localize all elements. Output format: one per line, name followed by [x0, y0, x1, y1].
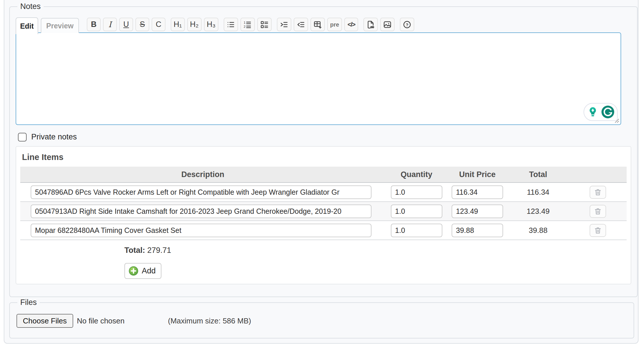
- heading1-icon: H₁: [174, 21, 182, 28]
- description-input[interactable]: [31, 205, 371, 218]
- quantity-input[interactable]: [391, 224, 442, 237]
- table-row: 39.88: [20, 221, 627, 240]
- heading2-icon: H₂: [190, 21, 199, 28]
- pre-icon: pre: [330, 22, 339, 27]
- quantity-input[interactable]: [391, 205, 442, 218]
- row-total-value: 116.34: [507, 183, 569, 202]
- table-button[interactable]: [310, 18, 325, 31]
- italic-icon: I: [108, 21, 112, 28]
- table-row: 116.34: [20, 183, 627, 202]
- textarea-resize-handle[interactable]: [613, 117, 620, 124]
- italic-button[interactable]: I: [103, 18, 117, 31]
- pre-button[interactable]: pre: [327, 18, 342, 31]
- code-block-button[interactable]: </>: [344, 18, 358, 31]
- column-header-total: Total: [507, 167, 569, 183]
- delete-row-button[interactable]: [590, 224, 606, 237]
- toolbar-group-lists: 1 2: [224, 18, 272, 31]
- unquote-button[interactable]: [294, 18, 308, 31]
- table-plus-icon: [313, 20, 322, 29]
- column-header-quantity: Quantity: [385, 167, 448, 183]
- toolbar-group-media: [363, 18, 395, 31]
- add-plus-icon: [128, 266, 139, 276]
- heading3-button[interactable]: H₃: [204, 18, 219, 31]
- notes-editor-area: [16, 32, 621, 125]
- toolbar-group-help: ?: [400, 18, 414, 31]
- line-items-title: Line Items: [22, 152, 627, 162]
- question-circle-icon: ?: [403, 20, 411, 29]
- file-upload-row: Choose Files No file chosen (Maximum siz…: [16, 314, 628, 328]
- add-line-item-button[interactable]: Add: [124, 263, 161, 279]
- table-row: 123.49: [20, 202, 627, 221]
- description-input[interactable]: [31, 185, 371, 199]
- unordered-list-icon: [227, 20, 235, 29]
- underline-icon: U: [123, 21, 129, 28]
- files-fieldset: Files Choose Files No file chosen (Maxim…: [9, 298, 634, 338]
- help-button[interactable]: ?: [400, 18, 414, 31]
- inline-code-icon: C: [156, 21, 161, 28]
- heading3-icon: H₃: [207, 21, 216, 28]
- delete-row-button[interactable]: [590, 205, 606, 218]
- ordered-list-icon: 1 2: [243, 20, 252, 29]
- description-input[interactable]: [31, 224, 371, 237]
- svg-text:2: 2: [244, 25, 245, 28]
- task-list-icon: [260, 20, 269, 29]
- code-block-icon: </>: [347, 21, 355, 28]
- image-icon: [383, 20, 392, 29]
- form-container: Notes Edit Preview B I U S C H₁ H₂ H₃: [4, 0, 639, 344]
- grammarly-suggestion-bulb-icon: [587, 106, 599, 118]
- blockquote-button[interactable]: [277, 18, 291, 31]
- line-items-table: Description Quantity Unit Price Total 11…: [20, 167, 627, 240]
- column-header-actions: [569, 167, 627, 183]
- ordered-list-button[interactable]: 1 2: [240, 18, 255, 31]
- trash-icon: [594, 207, 602, 215]
- image-button[interactable]: [380, 18, 395, 31]
- bold-button[interactable]: B: [87, 18, 101, 31]
- svg-text:?: ?: [406, 22, 409, 27]
- private-notes-label: Private notes: [31, 132, 77, 141]
- inline-code-button[interactable]: C: [152, 18, 165, 31]
- choose-files-button[interactable]: Choose Files: [16, 314, 73, 328]
- tab-edit-label: Edit: [20, 22, 34, 30]
- add-button-label: Add: [142, 266, 156, 275]
- toolbar-group-blocks: pre </>: [277, 18, 358, 31]
- bold-icon: B: [91, 21, 97, 28]
- editor-tabs-toolbar: Edit Preview B I U S C H₁ H₂ H₃: [16, 17, 631, 33]
- private-notes-row: Private notes: [18, 132, 631, 141]
- no-file-chosen-text: No file chosen: [77, 316, 125, 325]
- underline-button[interactable]: U: [119, 18, 133, 31]
- row-total-value: 39.88: [507, 221, 569, 240]
- strikethrough-button[interactable]: S: [135, 18, 149, 31]
- tab-preview[interactable]: Preview: [41, 18, 79, 33]
- outdent-icon: [297, 20, 305, 29]
- notes-fieldset: Notes Edit Preview B I U S C H₁ H₂ H₃: [9, 2, 638, 297]
- toolbar-group-headings: H₁ H₂ H₃: [171, 18, 218, 31]
- grand-total-value: 279.71: [147, 246, 171, 255]
- document-link-icon: [366, 20, 375, 29]
- blockquote-indent-icon: [280, 20, 288, 29]
- unit-price-input[interactable]: [452, 224, 503, 237]
- line-items-panel: Line Items Description Quantity Unit Pri…: [16, 146, 631, 284]
- unit-price-input[interactable]: [452, 205, 503, 218]
- grand-total: Total: 279.71: [124, 246, 627, 255]
- quantity-input[interactable]: [391, 185, 442, 199]
- strikethrough-icon: S: [140, 21, 145, 28]
- files-legend: Files: [17, 298, 40, 307]
- delete-row-button[interactable]: [590, 186, 606, 199]
- attach-file-link-button[interactable]: [363, 18, 378, 31]
- heading1-button[interactable]: H₁: [171, 18, 185, 31]
- grand-total-label: Total:: [124, 246, 145, 255]
- table-header-row: Description Quantity Unit Price Total: [20, 167, 627, 183]
- column-header-unit-price: Unit Price: [448, 167, 507, 183]
- row-total-value: 123.49: [507, 202, 569, 221]
- svg-text:1: 1: [244, 21, 245, 24]
- toolbar-group-text-style: B I U S C: [87, 18, 165, 31]
- task-list-button[interactable]: [257, 18, 272, 31]
- notes-textarea[interactable]: [16, 32, 621, 125]
- tab-edit[interactable]: Edit: [16, 17, 38, 34]
- private-notes-checkbox[interactable]: [18, 133, 27, 141]
- column-header-description: Description: [20, 167, 385, 183]
- unit-price-input[interactable]: [452, 185, 503, 199]
- heading2-button[interactable]: H₂: [187, 18, 202, 31]
- unordered-list-button[interactable]: [224, 18, 238, 31]
- trash-icon: [594, 188, 602, 196]
